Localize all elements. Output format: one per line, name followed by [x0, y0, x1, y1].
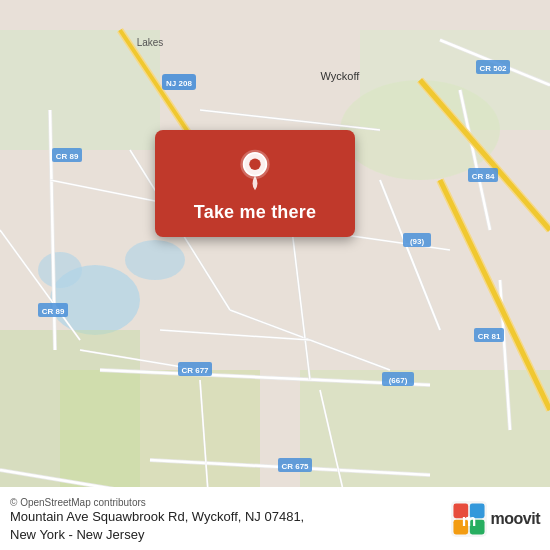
- svg-text:(93): (93): [410, 237, 425, 246]
- osm-credit: © OpenStreetMap contributors: [10, 497, 304, 508]
- address-text: Mountain Ave Squawbrook Rd, Wyckoff, NJ …: [10, 508, 304, 544]
- svg-text:CR 502: CR 502: [479, 64, 507, 73]
- svg-text:NJ 208: NJ 208: [166, 79, 192, 88]
- svg-text:CR 677: CR 677: [181, 366, 209, 375]
- svg-text:CR 89: CR 89: [42, 307, 65, 316]
- svg-text:Lakes: Lakes: [137, 37, 164, 48]
- svg-point-80: [249, 159, 260, 170]
- svg-text:m: m: [461, 511, 476, 529]
- map-container: CR 89 CR 89 CR 84 CR 81 CR 677 (667) CR …: [0, 0, 550, 550]
- address-line2: New York - New Jersey: [10, 527, 144, 542]
- map-background: CR 89 CR 89 CR 84 CR 81 CR 677 (667) CR …: [0, 0, 550, 550]
- svg-text:(667): (667): [389, 376, 408, 385]
- svg-text:Wyckoff: Wyckoff: [321, 70, 361, 82]
- bottom-bar-left: © OpenStreetMap contributors Mountain Av…: [10, 495, 304, 544]
- svg-text:CR 81: CR 81: [478, 332, 501, 341]
- svg-point-3: [125, 240, 185, 280]
- svg-text:CR 84: CR 84: [472, 172, 495, 181]
- svg-point-2: [38, 252, 82, 288]
- bottom-bar: © OpenStreetMap contributors Mountain Av…: [0, 487, 550, 550]
- svg-text:CR 89: CR 89: [56, 152, 79, 161]
- moovit-icon: m: [451, 501, 487, 537]
- address-line1: Mountain Ave Squawbrook Rd, Wyckoff, NJ …: [10, 509, 304, 524]
- moovit-text: moovit: [491, 510, 540, 528]
- moovit-logo: m moovit: [451, 501, 540, 537]
- location-pin-icon: [233, 148, 277, 192]
- svg-text:CR 675: CR 675: [281, 462, 309, 471]
- action-card: Take me there: [155, 130, 355, 237]
- take-me-there-button[interactable]: Take me there: [194, 202, 316, 223]
